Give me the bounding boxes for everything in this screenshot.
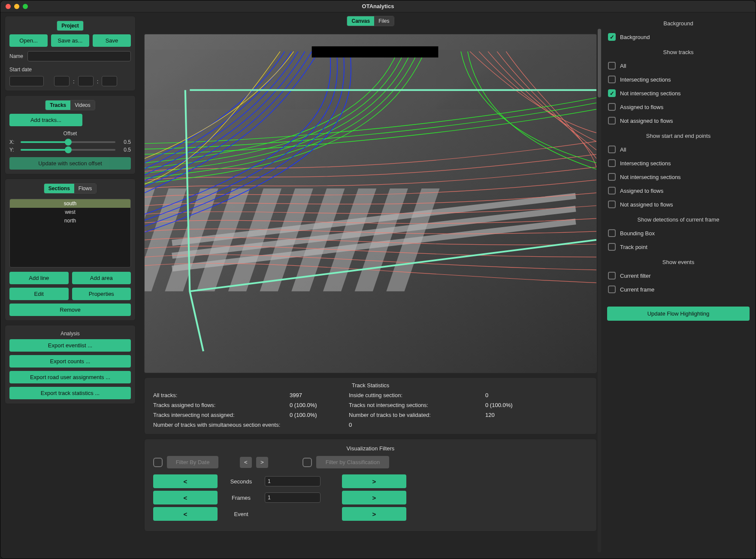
stat-label: Number of tracks to be validated: (349, 412, 478, 418)
points-not-intersecting-checkbox[interactable]: Not intersecting sections (607, 171, 750, 183)
frames-prev-button[interactable]: < (153, 491, 218, 504)
checkbox-icon (608, 187, 616, 194)
frames-next-button[interactable]: > (342, 491, 406, 504)
add-area-button[interactable]: Add area (72, 272, 131, 284)
checkbox-label: Intersecting sections (620, 76, 671, 83)
open-button[interactable]: Open... (9, 34, 48, 47)
name-input[interactable] (27, 51, 131, 61)
checkbox-icon (608, 173, 616, 181)
stat-value: 3997 (290, 392, 341, 398)
analysis-heading: Analysis (9, 331, 131, 337)
right-options-panel: Background Background Show tracks All In… (601, 12, 756, 559)
checkbox-label: Assigned to flows (620, 104, 663, 110)
stat-label: Inside cutting section: (349, 392, 478, 398)
background-heading: Background (607, 20, 750, 27)
list-item[interactable]: west (10, 208, 130, 216)
tab-canvas[interactable]: Canvas (347, 16, 374, 26)
tab-files[interactable]: Files (374, 16, 393, 26)
stat-label: All tracks: (153, 392, 282, 398)
canvas-viewport[interactable] (144, 34, 597, 373)
checkbox-icon (608, 243, 616, 251)
tab-flows[interactable]: Flows (74, 184, 96, 193)
date-input[interactable] (9, 76, 44, 86)
filter-by-classification-button[interactable]: Filter by Classification (316, 456, 389, 468)
tracks-all-checkbox[interactable]: All (607, 60, 750, 72)
background-checkbox[interactable]: Background (607, 31, 750, 43)
sections-list[interactable]: south west north (9, 199, 131, 267)
add-line-button[interactable]: Add line (9, 272, 69, 284)
export-counts-button[interactable]: Export counts ... (9, 355, 131, 368)
vfilters-heading: Visualization Filters (153, 445, 588, 452)
tab-sections[interactable]: Sections (44, 184, 74, 193)
seconds-input[interactable] (265, 476, 321, 486)
seconds-prev-button[interactable]: < (153, 474, 218, 488)
checkbox-icon (608, 33, 616, 41)
points-intersecting-checkbox[interactable]: Intersecting sections (607, 157, 750, 169)
checkbox-icon (608, 159, 616, 167)
tracks-not-intersecting-checkbox[interactable]: Not intersecting sections (607, 87, 750, 99)
properties-button[interactable]: Properties (72, 288, 131, 300)
list-item[interactable]: north (10, 216, 130, 225)
points-not-assigned-checkbox[interactable]: Not assigned to flows (607, 198, 750, 210)
save-button[interactable]: Save (93, 34, 131, 47)
export-assignments-button[interactable]: Export road user assignments ... (9, 371, 131, 383)
tracks-assigned-checkbox[interactable]: Assigned to flows (607, 101, 750, 113)
offset-x-slider[interactable] (21, 141, 115, 143)
points-assigned-checkbox[interactable]: Assigned to flows (607, 185, 750, 197)
frames-input[interactable] (265, 492, 321, 503)
edit-button[interactable]: Edit (9, 288, 69, 300)
track-point-checkbox[interactable]: Track point (607, 241, 750, 253)
hour-input[interactable] (54, 76, 70, 86)
export-eventlist-button[interactable]: Export eventlist ... (9, 339, 131, 352)
date-prev-button[interactable]: < (240, 457, 252, 468)
seconds-label: Seconds (222, 478, 260, 485)
event-prev-button[interactable]: < (153, 507, 218, 521)
filter-by-classification-checkbox[interactable] (302, 458, 312, 467)
checkbox-label: Bounding Box (620, 230, 655, 237)
tab-tracks[interactable]: Tracks (45, 100, 70, 110)
tracks-intersecting-checkbox[interactable]: Intersecting sections (607, 73, 750, 85)
current-filter-checkbox[interactable]: Current filter (607, 270, 750, 282)
list-item[interactable]: south (10, 199, 130, 208)
current-frame-checkbox[interactable]: Current frame (607, 283, 750, 295)
tab-project[interactable]: Project (57, 21, 83, 30)
svg-rect-15 (312, 46, 438, 58)
export-track-statistics-button[interactable]: Export track statistics ... (9, 387, 131, 399)
analysis-panel: Analysis Export eventlist ... Export cou… (5, 325, 136, 404)
remove-button[interactable]: Remove (9, 304, 131, 316)
save-as-button[interactable]: Save as... (51, 34, 89, 47)
stat-value: 120 (485, 412, 537, 418)
event-next-button[interactable]: > (342, 507, 406, 521)
checkbox-icon (608, 76, 616, 83)
second-input[interactable] (102, 76, 117, 86)
tab-videos[interactable]: Videos (70, 100, 94, 110)
stat-value: 0 (100.0%) (485, 402, 537, 408)
checkbox-label: Not intersecting sections (620, 174, 681, 180)
checkbox-label: Track point (620, 244, 647, 250)
start-date-label: Start date (9, 67, 131, 73)
checkbox-icon (608, 146, 616, 153)
minute-input[interactable] (78, 76, 94, 86)
bounding-box-checkbox[interactable]: Bounding Box (607, 227, 750, 239)
filter-by-date-button[interactable]: Filter By Date (167, 456, 218, 468)
tracks-not-assigned-checkbox[interactable]: Not assigned to flows (607, 115, 750, 127)
checkbox-icon (608, 103, 616, 111)
update-offset-button[interactable]: Update with section offset (9, 157, 131, 170)
offset-heading: Offset (9, 131, 131, 137)
date-next-button[interactable]: > (256, 457, 268, 468)
update-flow-highlighting-button[interactable]: Update Flow Highlighting (607, 307, 750, 321)
seconds-next-button[interactable]: > (342, 474, 406, 488)
window-title: OTAnalytics (0, 3, 756, 9)
sections-panel: Sections Flows south west north Add line… (5, 179, 136, 321)
add-tracks-button[interactable]: Add tracks... (9, 114, 82, 126)
offset-y-slider[interactable] (21, 149, 115, 151)
checkbox-icon (608, 272, 616, 280)
filter-by-date-checkbox[interactable] (153, 458, 163, 467)
offset-y-value: 0.5 (119, 147, 131, 153)
points-all-checkbox[interactable]: All (607, 143, 750, 155)
checkbox-icon (608, 62, 616, 70)
show-detections-heading: Show detections of current frame (607, 216, 750, 223)
name-label: Name (9, 53, 23, 59)
center-scrollbar[interactable] (598, 29, 601, 553)
offset-x-label: X: (9, 139, 17, 145)
